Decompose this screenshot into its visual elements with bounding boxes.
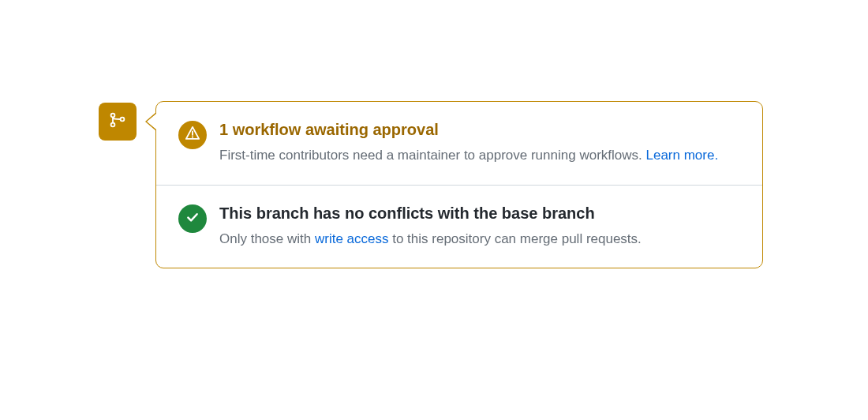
no-conflicts-desc: Only those with write access to this rep…: [219, 229, 740, 249]
desc-text: Only those with: [219, 231, 315, 246]
git-merge-icon: [108, 111, 127, 133]
workflow-approval-content: 1 workflow awaiting approval First-time …: [219, 119, 740, 166]
check-icon: [185, 209, 200, 228]
no-conflicts-title: This branch has no conflicts with the ba…: [219, 203, 740, 224]
workflow-approval-title: 1 workflow awaiting approval: [219, 119, 740, 141]
workflow-approval-section: 1 workflow awaiting approval First-time …: [156, 102, 762, 185]
svg-point-0: [111, 114, 115, 118]
status-icon-success: [178, 204, 207, 233]
no-conflicts-section: This branch has no conflicts with the ba…: [156, 185, 762, 268]
status-icon-warning: [178, 121, 207, 149]
svg-point-2: [121, 118, 125, 122]
svg-point-1: [111, 123, 115, 127]
learn-more-link[interactable]: Learn more.: [645, 148, 718, 163]
merge-status-box: 1 workflow awaiting approval First-time …: [155, 101, 763, 268]
speech-bubble-arrow: [145, 112, 156, 131]
desc-text: First-time contributors need a maintaine…: [219, 148, 645, 163]
timeline-badge: [99, 103, 137, 141]
write-access-link[interactable]: write access: [315, 231, 389, 246]
merge-status-container: 1 workflow awaiting approval First-time …: [99, 101, 763, 268]
svg-point-4: [192, 136, 193, 137]
alert-icon: [185, 126, 200, 144]
workflow-approval-desc: First-time contributors need a maintaine…: [219, 145, 740, 166]
no-conflicts-content: This branch has no conflicts with the ba…: [219, 203, 740, 249]
desc-text: to this repository can merge pull reques…: [388, 231, 641, 246]
